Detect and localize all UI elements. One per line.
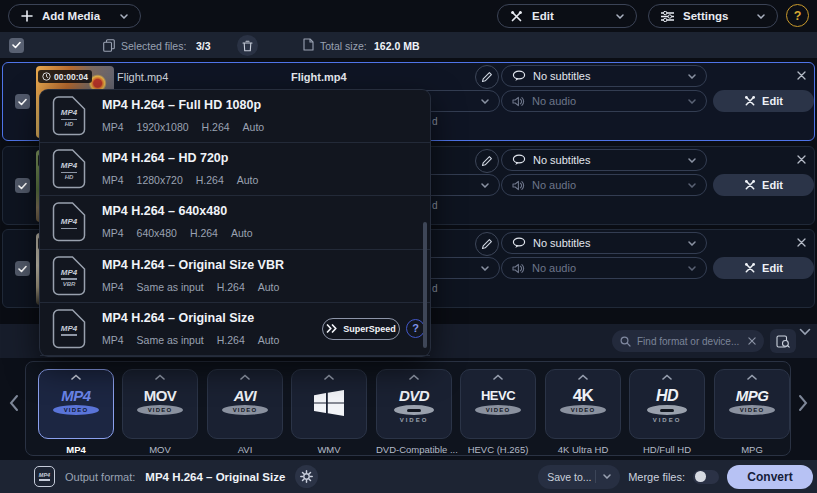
video-badge: VIDEO — [729, 405, 775, 415]
mp4-file-icon: MP4 HD — [52, 149, 86, 189]
video-badge: VIDEO — [137, 405, 183, 415]
preset-specs: MP41920x1080H.264Auto — [102, 121, 264, 133]
chevron-down-icon — [603, 474, 611, 479]
subtitles-dropdown[interactable]: No subtitles — [501, 232, 707, 254]
output-format-label: Output format: — [65, 471, 135, 483]
preset-title: MP4 H.264 – Original Size VBR — [102, 258, 284, 272]
chevron-down-icon — [688, 266, 696, 271]
chevron-down-icon — [688, 158, 696, 163]
video-converter-window: Add Media Edit Settings ? — [0, 0, 817, 493]
carousel-left-icon[interactable] — [8, 394, 20, 412]
preset-option[interactable]: MP4 MP4 H.264 – 640x480 MP4640x480H.264A… — [40, 196, 430, 249]
total-size-label: Total size: — [320, 40, 367, 52]
format-label: AVI — [207, 444, 283, 455]
merge-files-toggle[interactable] — [693, 470, 719, 484]
audio-dropdown[interactable]: No audio — [501, 90, 707, 112]
audio-dropdown[interactable]: No audio — [501, 257, 707, 279]
format-label: 4K Ultra HD — [545, 444, 621, 455]
dropdown-scrollbar[interactable] — [423, 222, 427, 348]
file-checkbox[interactable] — [15, 261, 30, 276]
disc-icon — [647, 405, 687, 415]
file-checkbox[interactable] — [15, 178, 30, 193]
preset-option[interactable]: MP4 MP4 H.264 – Original Size MP4Same as… — [40, 303, 430, 356]
format-card-wmv[interactable]: WMV — [291, 369, 367, 455]
remove-files-button[interactable] — [237, 35, 258, 56]
output-settings-button[interactable] — [295, 465, 318, 488]
format-logo: HEVC — [481, 388, 515, 403]
video-badge: VIDEO — [653, 417, 682, 423]
tools-icon — [744, 262, 756, 274]
remove-file-button[interactable] — [797, 71, 806, 80]
convert-button[interactable]: Convert — [727, 465, 813, 489]
add-media-label: Add Media — [42, 10, 100, 22]
help-button[interactable]: ? — [786, 4, 809, 27]
settings-menu-button[interactable]: Settings — [648, 4, 778, 28]
save-to-dropdown[interactable]: Save to... — [538, 465, 620, 489]
windows-logo-icon — [313, 389, 345, 417]
preset-specs: MP4640x480H.264Auto — [102, 227, 253, 239]
subtitles-value: No subtitles — [533, 70, 590, 82]
chevron-down-icon — [481, 183, 489, 188]
carousel-right-icon[interactable] — [797, 394, 809, 412]
edit-file-button[interactable]: Edit — [713, 90, 814, 112]
total-size-value: 162.0 MB — [374, 40, 420, 52]
collapse-panel-button[interactable] — [799, 328, 811, 336]
subtitles-value: No subtitles — [533, 154, 590, 166]
chevron-down-icon — [688, 99, 696, 104]
remove-file-button[interactable] — [797, 238, 806, 247]
duration-text: 00:00:04 — [54, 72, 88, 82]
subtitles-dropdown[interactable]: No subtitles — [501, 149, 707, 171]
format-card-hevc[interactable]: HEVC VIDEO HEVC (H.265) — [460, 369, 536, 455]
plus-icon — [21, 10, 33, 22]
search-input[interactable] — [637, 336, 742, 347]
format-logo: MP4 — [61, 388, 90, 403]
gear-icon — [300, 470, 313, 483]
edit-file-button[interactable]: Edit — [713, 257, 814, 279]
format-card-mov[interactable]: MOV VIDEO MOV — [122, 369, 198, 455]
check-icon — [18, 98, 27, 106]
file-size-icon — [303, 38, 314, 51]
tools-icon — [510, 10, 523, 23]
format-label: MP4 — [38, 444, 114, 455]
edit-menu-label: Edit — [532, 10, 554, 22]
rename-button[interactable] — [475, 149, 499, 173]
format-card-dvd[interactable]: DVD VIDEO DVD-Compatible ... — [376, 369, 452, 455]
rename-button[interactable] — [475, 232, 499, 256]
remove-file-button[interactable] — [797, 155, 806, 164]
rename-button[interactable] — [475, 65, 499, 89]
video-badge: VIDEO — [560, 405, 606, 415]
chevron-up-icon — [71, 374, 81, 384]
preset-specs: MP41280x720H.264Auto — [102, 174, 258, 186]
format-logo: HD — [656, 388, 678, 403]
clipped-info-text: d — [432, 283, 438, 294]
subtitles-dropdown[interactable]: No subtitles — [501, 65, 707, 87]
chevron-down-icon — [481, 99, 489, 104]
format-search[interactable] — [612, 330, 764, 352]
clear-search-icon[interactable] — [748, 337, 756, 345]
format-card-4k[interactable]: 4K VIDEO 4K Ultra HD — [545, 369, 621, 455]
preset-specs: MP4Same as inputH.264Auto — [102, 334, 279, 346]
preset-option[interactable]: MP4 HD MP4 H.264 – HD 720p MP41280x720H.… — [40, 143, 430, 196]
format-card-mpg[interactable]: MPG VIDEO MPG — [714, 369, 790, 455]
format-logo: MPG — [736, 388, 769, 403]
select-all-checkbox[interactable] — [9, 38, 24, 53]
question-mark-icon: ? — [412, 322, 419, 334]
question-mark-icon: ? — [794, 9, 802, 23]
preset-option[interactable]: MP4 HD MP4 H.264 – Full HD 1080p MP41920… — [40, 90, 430, 143]
format-card-mp4[interactable]: MP4 VIDEO MP4 — [38, 369, 114, 455]
audio-dropdown[interactable]: No audio — [501, 174, 707, 196]
source-file-name: Flight.mp4 — [117, 71, 168, 83]
bottom-bar: MP4 Output format: MP4 H.264 – Original … — [0, 460, 817, 493]
device-detect-button[interactable] — [770, 329, 796, 353]
format-card-hd[interactable]: HD VIDEO HD/Full HD — [629, 369, 705, 455]
format-card-avi[interactable]: AVI VIDEO AVI — [207, 369, 283, 455]
pencil-icon — [481, 71, 493, 83]
preset-option[interactable]: MP4 VBR MP4 H.264 – Original Size VBR MP… — [40, 250, 430, 303]
edit-file-button[interactable]: Edit — [713, 174, 814, 196]
audio-value: No audio — [532, 179, 576, 191]
format-label: HD/Full HD — [629, 444, 705, 455]
output-format-icon: MP4 — [34, 466, 55, 487]
edit-menu-button[interactable]: Edit — [497, 4, 637, 28]
file-checkbox[interactable] — [15, 94, 30, 109]
add-media-button[interactable]: Add Media — [8, 4, 141, 28]
